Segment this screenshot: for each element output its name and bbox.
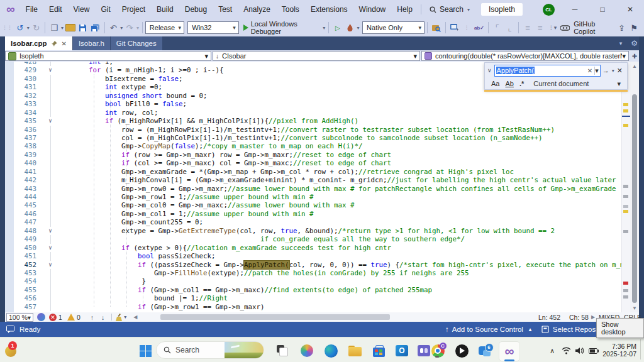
code-line[interactable]: 433 bool bFill0 = false; — [5, 100, 621, 108]
find-scope-select[interactable]: Current document — [533, 80, 589, 87]
code-line[interactable]: 436 row = (m_HighRowPix[i]-1)/m_testintv… — [5, 126, 621, 134]
chevron-down-icon[interactable]: ▾ — [617, 80, 621, 88]
find-in-files-icon[interactable] — [431, 21, 441, 34]
microsoft-store-icon[interactable] — [371, 343, 386, 358]
code-line[interactable]: 435∨ if (m_HighRowPix[i] && m_HighColPix… — [5, 117, 621, 125]
code-line[interactable]: 454 } — [5, 277, 621, 285]
start-debug-icon[interactable] — [243, 25, 248, 31]
outlook-icon[interactable]: O — [394, 343, 409, 358]
menu-extensions[interactable]: Extensions — [305, 0, 353, 19]
fold-collapse-icon[interactable]: ∨ — [36, 66, 64, 74]
vertical-scroll-thumb[interactable] — [632, 94, 637, 303]
scroll-left-icon[interactable]: ◀ — [133, 314, 137, 320]
chevron-down-icon[interactable]: ▾ — [120, 25, 123, 31]
code-line[interactable]: 451 bool passSizeCheck; — [5, 252, 621, 260]
code-line[interactable]: 442 m_HighConval[i] = (Gmp->m_examGrade+… — [5, 176, 621, 184]
menu-test[interactable]: Test — [213, 0, 238, 19]
clear-find-icon[interactable]: ✕ — [586, 67, 594, 74]
chevron-up-icon[interactable]: ▲ — [528, 327, 533, 332]
menu-project[interactable]: Project — [116, 0, 151, 19]
chevron-down-icon[interactable]: ▾ — [357, 25, 360, 31]
code-line[interactable]: 456 bound |= 1;//Right — [5, 294, 621, 302]
menu-tools[interactable]: Tools — [276, 0, 305, 19]
previous-issue-icon[interactable]: ↑ — [91, 314, 94, 321]
next-issue-icon[interactable]: ↓ — [101, 314, 104, 321]
warning-count[interactable]: 0 — [77, 314, 80, 321]
code-line[interactable]: 434 int row, col; — [5, 109, 621, 117]
close-find-icon[interactable]: ✕ — [617, 67, 623, 75]
tab-isobar-cpp[interactable]: Isobar.cpp ✕ — [5, 36, 72, 50]
send-feedback-icon[interactable]: ⚑ — [629, 21, 639, 34]
visual-studio-taskbar-icon[interactable]: ∞ — [499, 341, 520, 361]
project-dropdown[interactable]: Isopleth ▾ — [5, 51, 211, 61]
tab-isobar-h[interactable]: Isobar.h — [73, 36, 110, 50]
menu-build[interactable]: Build — [151, 0, 179, 19]
code-line[interactable]: 444 Gmp->m_row1 = 1;//assume upper bound… — [5, 193, 621, 201]
platform-select[interactable]: Win32▾ — [187, 21, 238, 34]
media-player-icon[interactable] — [454, 343, 469, 358]
code-line[interactable]: 452∨ if ((passSizeCheck = Gmp->ApplyPatc… — [5, 261, 621, 269]
task-view-button[interactable] — [275, 343, 290, 358]
whole-word-toggle[interactable]: Ab — [505, 80, 513, 87]
horizontal-scroll-thumb[interactable] — [160, 314, 390, 320]
menu-git[interactable]: Git — [95, 0, 116, 19]
code-line[interactable]: 455 if (Gmp->m_col1 == Gmp->m_maxc)//fin… — [5, 286, 621, 294]
chevron-down-icon[interactable]: ▾ — [124, 314, 126, 320]
edge-browser-icon[interactable] — [323, 343, 338, 358]
code-line[interactable]: 437 col = (m_HighColPix[i]-1)/m_testintv… — [5, 134, 621, 142]
spell-check-icon[interactable]: ab✓ — [474, 21, 484, 34]
scroll-up-icon[interactable]: ▲ — [630, 63, 639, 69]
find-expand-chevron-icon[interactable]: ∨ — [487, 67, 492, 74]
menu-debug[interactable]: Debug — [179, 0, 213, 19]
code-line[interactable]: 448∨ extype = Gmp->GetExtremeType(col, r… — [5, 227, 621, 235]
menu-edit[interactable]: Edit — [43, 0, 68, 19]
code-cleanup-icon[interactable] — [115, 314, 123, 321]
account-avatar[interactable]: CL — [543, 4, 555, 16]
fold-collapse-icon[interactable]: ∨ — [36, 261, 64, 269]
taskbar-search-box[interactable]: Search — [156, 341, 264, 359]
code-line[interactable]: 449 if con_grade equals all the way to s… — [5, 235, 621, 243]
tray-expand-chevron-icon[interactable]: ∧ — [545, 343, 560, 358]
close-tab-icon[interactable]: ✕ — [62, 40, 67, 47]
tab-list-chevron-icon[interactable]: ▾ — [619, 40, 623, 47]
undo-icon[interactable]: ↶ — [108, 21, 118, 34]
add-to-source-control-button[interactable]: Add to Source Control — [452, 326, 523, 333]
save-all-icon[interactable] — [91, 21, 101, 34]
copilot-taskbar-icon[interactable] — [299, 343, 314, 358]
open-file-icon[interactable] — [65, 21, 75, 34]
tray-clock[interactable]: 7:36 PM 2025-12-07 — [599, 343, 636, 358]
close-button[interactable]: ✕ — [616, 0, 644, 19]
hot-reload-icon[interactable] — [345, 21, 355, 34]
regex-toggle[interactable]: .* — [519, 80, 524, 87]
new-project-icon[interactable]: ❒ — [49, 21, 59, 34]
code-line[interactable]: 446 Gmp->m_col1 = 1;//assume upper bound… — [5, 210, 621, 218]
split-window-handle[interactable]: ✚ — [630, 50, 639, 62]
show-desktop-strip[interactable] — [640, 339, 641, 359]
class-dropdown[interactable]: ↓ CIsobar ▾ — [213, 51, 420, 61]
volume-icon[interactable] — [572, 343, 587, 358]
menu-file[interactable]: File — [20, 0, 43, 19]
scroll-right-icon[interactable]: ▶ — [591, 314, 595, 320]
wifi-icon[interactable] — [558, 343, 574, 358]
chevron-down-icon[interactable]: ▾ — [61, 25, 64, 31]
github-copilot-icon[interactable] — [560, 21, 570, 34]
fold-collapse-icon[interactable]: ∨ — [36, 117, 64, 125]
code-line[interactable]: 440 if (col >= Gmp->m_maxc) col = Gmp->m… — [5, 159, 621, 167]
code-line[interactable]: 441 Gmp->m_examGrade = *(Gmp->m_map + Gm… — [5, 168, 621, 176]
chevron-down-icon[interactable]: ▾ — [612, 68, 614, 74]
debug-target-label[interactable]: Local Windows Debugger — [251, 20, 320, 35]
chrome-icon[interactable]: C — [430, 343, 445, 358]
deploy-scope-select[interactable]: Native Only▾ — [362, 21, 425, 34]
chevron-down-icon[interactable]: ▾ — [27, 25, 30, 31]
scroll-down-icon[interactable]: ▼ — [630, 305, 639, 311]
navigate-back-icon[interactable]: ↺ — [15, 21, 25, 34]
chat-icon[interactable]: 6 — [477, 343, 492, 358]
menu-view[interactable]: View — [68, 0, 96, 19]
menu-window[interactable]: Window — [353, 0, 392, 19]
teams-icon[interactable] — [416, 343, 431, 358]
fold-collapse-icon[interactable]: ∨ — [36, 227, 64, 235]
start-button[interactable] — [138, 343, 153, 358]
fold-collapse-icon[interactable]: ∨ — [36, 244, 64, 252]
intellicode-icon[interactable] — [37, 313, 45, 321]
run-without-debug-icon[interactable]: ▷ — [333, 21, 343, 34]
